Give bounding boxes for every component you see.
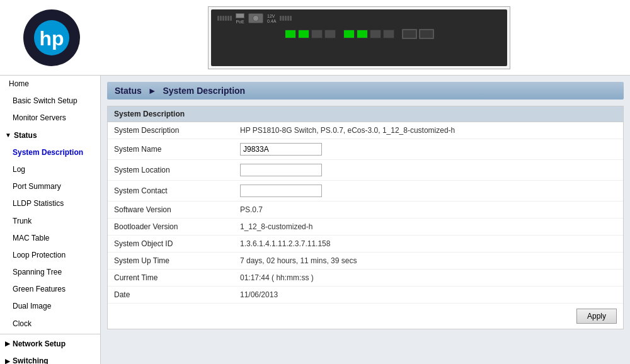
sidebar-item-clock[interactable]: Clock xyxy=(0,316,100,333)
status-arrow-icon: ▼ xyxy=(5,130,11,140)
sidebar-item-loop-protection[interactable]: Loop Protection xyxy=(0,247,100,264)
sidebar-item-green-features[interactable]: Green Features xyxy=(0,281,100,298)
system-description-table: System DescriptionHP PS1810-8G Switch, P… xyxy=(108,122,623,304)
content-area: Status ► System Description System Descr… xyxy=(101,76,630,364)
field-value: HP PS1810-8G Switch, PS.0.7, eCos-3.0, 1… xyxy=(234,122,623,139)
field-label: System Up Time xyxy=(108,253,234,270)
field-label: System Description xyxy=(108,122,234,139)
field-value[interactable] xyxy=(234,139,623,160)
logo-area: hp xyxy=(8,9,96,66)
switching-arrow-icon: ▶ xyxy=(5,356,10,364)
breadcrumb-status: Status xyxy=(115,86,142,96)
hp-logo: hp xyxy=(23,9,80,66)
system-description-section: System Description System DescriptionHP … xyxy=(107,106,624,329)
sidebar-item-system-description[interactable]: System Description xyxy=(0,144,100,161)
table-row: System Object ID1.3.6.1.4.1.11.2.3.7.11.… xyxy=(108,236,623,253)
field-value[interactable] xyxy=(234,160,623,181)
field-value: 1_12_8-customized-h xyxy=(234,219,623,236)
field-label: Date xyxy=(108,287,234,304)
header: hp PoE xyxy=(0,0,630,76)
field-label: Software Version xyxy=(108,202,234,219)
sidebar-item-trunk[interactable]: Trunk xyxy=(0,213,100,230)
sidebar-item-switching[interactable]: ▶ Switching xyxy=(0,353,100,364)
apply-button[interactable]: Apply xyxy=(576,309,617,324)
table-row: Date11/06/2013 xyxy=(108,287,623,304)
field-value: 01:17:44 ( hh:mm:ss ) xyxy=(234,270,623,287)
field-value[interactable] xyxy=(234,181,623,202)
main-layout: Home Basic Switch Setup Monitor Servers … xyxy=(0,76,630,364)
sidebar-item-mac-table[interactable]: MAC Table xyxy=(0,230,100,247)
field-label: System Name xyxy=(108,139,234,160)
field-label: System Object ID xyxy=(108,236,234,253)
table-row: Software VersionPS.0.7 xyxy=(108,202,623,219)
table-row: Bootloader Version1_12_8-customized-h xyxy=(108,219,623,236)
table-row: System Contact xyxy=(108,181,623,202)
field-value: 11/06/2013 xyxy=(234,287,623,304)
network-setup-arrow-icon: ▶ xyxy=(5,339,10,349)
field-label: System Location xyxy=(108,160,234,181)
apply-row: Apply xyxy=(108,304,623,329)
table-row: System DescriptionHP PS1810-8G Switch, P… xyxy=(108,122,623,139)
breadcrumb-page: System Description xyxy=(163,86,245,96)
svg-text:hp: hp xyxy=(39,27,64,50)
field-label: Bootloader Version xyxy=(108,219,234,236)
field-input[interactable] xyxy=(240,143,322,156)
sidebar-item-dual-image[interactable]: Dual Image xyxy=(0,298,100,315)
field-input[interactable] xyxy=(240,164,322,176)
sidebar: Home Basic Switch Setup Monitor Servers … xyxy=(0,76,101,364)
device-caption: 10/100/1000Base-T Ports [1-8]--Ports are… xyxy=(211,67,507,69)
device-box: PoE 12V 0.4A xyxy=(208,6,510,69)
sidebar-item-spanning-tree[interactable]: Spanning Tree xyxy=(0,264,100,281)
field-label: System Contact xyxy=(108,181,234,202)
field-value: 1.3.6.1.4.1.11.2.3.7.11.158 xyxy=(234,236,623,253)
table-row: Current Time01:17:44 ( hh:mm:ss ) xyxy=(108,270,623,287)
field-input[interactable] xyxy=(240,185,322,197)
breadcrumb-arrow: ► xyxy=(148,86,157,96)
sidebar-divider-1 xyxy=(0,334,100,334)
device-image: PoE 12V 0.4A xyxy=(96,6,622,69)
sidebar-item-monitor-servers[interactable]: Monitor Servers xyxy=(0,110,100,127)
sidebar-item-status[interactable]: ▼ Status xyxy=(0,127,100,144)
field-value: 7 days, 02 hours, 11 mins, 39 secs xyxy=(234,253,623,270)
page-header: Status ► System Description xyxy=(107,82,624,100)
sidebar-item-basic-switch-setup[interactable]: Basic Switch Setup xyxy=(0,93,100,110)
sidebar-item-home[interactable]: Home xyxy=(0,76,100,93)
section-title: System Description xyxy=(108,106,623,122)
sidebar-item-network-setup[interactable]: ▶ Network Setup xyxy=(0,336,100,353)
table-row: System Location xyxy=(108,160,623,181)
sidebar-item-lldp-statistics[interactable]: LLDP Statistics xyxy=(0,195,100,212)
sidebar-item-port-summary[interactable]: Port Summary xyxy=(0,178,100,195)
field-label: Current Time xyxy=(108,270,234,287)
sidebar-item-log[interactable]: Log xyxy=(0,161,100,178)
field-value: PS.0.7 xyxy=(234,202,623,219)
table-row: System Name xyxy=(108,139,623,160)
table-row: System Up Time7 days, 02 hours, 11 mins,… xyxy=(108,253,623,270)
